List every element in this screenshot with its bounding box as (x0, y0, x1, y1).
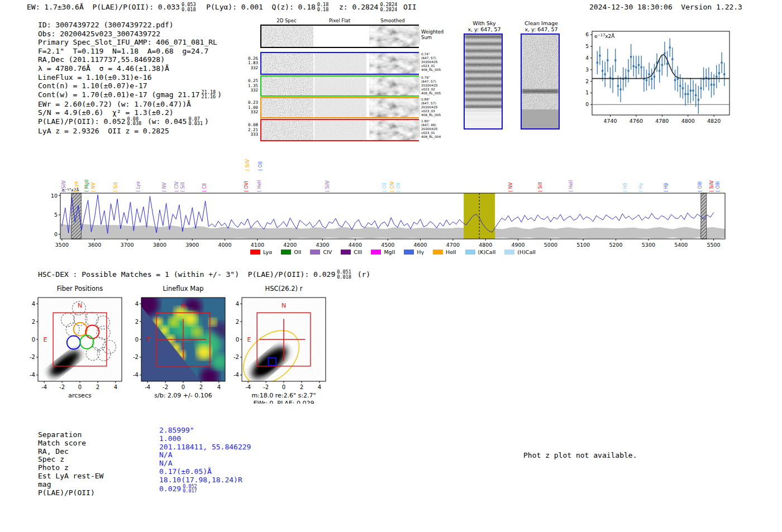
match-table-label: RA, Dec (38, 448, 103, 456)
spectrum-legend: LyαOIICIVCIIIMgIIHγHeII(K)CaII(H)CaII (250, 249, 536, 255)
line-label-NV: ( NV (508, 182, 513, 192)
svg-text:E: E (147, 336, 151, 343)
svg-text:4: 4 (236, 301, 239, 307)
line-label-CII: ( CII (202, 183, 207, 192)
text-segment: RA,Dec (201.117737,55.846928) (38, 55, 165, 64)
panel-title-fiber-positions: Fiber Positions (57, 285, 103, 293)
svg-text:4800: 4800 (681, 118, 695, 124)
spec2d-row (260, 75, 419, 97)
svg-text:-2: -2 (30, 354, 35, 360)
svg-text:3700: 3700 (120, 242, 133, 248)
spec2d-row-annotation: 0.89"(647, 57)20200425v023_03406_RL_005 (421, 98, 441, 117)
svg-text:4: 4 (135, 301, 139, 307)
info-line: ID: 3007439722 (3007439722.pdf) (38, 21, 222, 30)
spec2d-row-left-label: 0.251.35332 (246, 79, 258, 93)
legend-item-OII: OII (281, 249, 301, 255)
text-segment: N/A (159, 450, 172, 459)
spec2d-cell (261, 120, 313, 140)
info-line: Cont(n) = 1.10(±0.07)e-17 (38, 82, 222, 90)
full-spectrum-chart: 0510350036003700380039004000410042004300… (50, 147, 737, 251)
spec2d-row-left-label: 0.231.00332 (246, 100, 258, 115)
svg-text:-2: -2 (263, 384, 269, 390)
stacked-value: 0.070.031 (188, 117, 203, 126)
svg-text:2: 2 (135, 319, 139, 325)
svg-text:5300: 5300 (642, 242, 655, 248)
text-segment: Cont(w) = 1.70(±0.01)e-17 (gmag 21.17 (38, 90, 200, 99)
with-sky-panel: With Skyx, y: 647, 57 (461, 20, 507, 133)
line-label-SiIV: ( SiIV (325, 180, 330, 192)
spec2d-row-annotation: 1.80"(647, 48)20200425v023_01406_RL_004 (421, 119, 441, 139)
stacked-value: 0.0510.018 (337, 270, 351, 279)
svg-text:5000: 5000 (544, 242, 557, 248)
panel-xlabel: arcsecs (68, 392, 92, 399)
spec2d-weighted-sum-label: WeightedSum (421, 29, 444, 40)
svg-text:0: 0 (54, 231, 58, 237)
spec2d-cell (314, 76, 366, 95)
phot-z-note: Phot z plot not available. (523, 451, 637, 459)
legend-swatch (465, 250, 475, 255)
match-table-value: 2.85999" (159, 426, 251, 435)
svg-text:-4: -4 (233, 372, 239, 378)
panel-title-lineflux-map: Lineflux Map (163, 285, 203, 293)
info-line: Primary Spec_Slot_IFU_AMP: 406_071_081_R… (38, 38, 222, 47)
line-label-CIV: ( CIV (390, 181, 395, 192)
svg-text:0: 0 (32, 337, 35, 343)
line-label-NV: ( NV (91, 182, 96, 192)
info-line: LineFlux = 1.10(±0.31)e-16 (38, 73, 222, 82)
svg-text:10: 10 (51, 193, 58, 199)
svg-text:-4: -4 (41, 384, 47, 390)
legend-swatch (371, 250, 381, 255)
legend-swatch (504, 250, 514, 255)
legend-item-CIII: CIII (341, 249, 362, 255)
svg-text:3600: 3600 (88, 242, 101, 248)
match-table-label: Photo z (38, 464, 103, 472)
svg-text:-4: -4 (245, 384, 251, 390)
legend-label: OII (294, 249, 301, 255)
spec2d-cell (368, 76, 420, 95)
legend-label: Hγ (417, 249, 424, 255)
svg-text:4600: 4600 (413, 242, 427, 248)
svg-text:4000: 4000 (218, 242, 231, 248)
spec2d-row-left-label: 0.261.83332 (246, 56, 258, 71)
panel-xlabel: s/b: 2.09 +/- 0.106 (154, 392, 212, 399)
spec2d-row-annotation: 0.74"(647, 57)20200425v023_01406_RL_005 (421, 52, 441, 72)
text-segment: S/N = 4.9(±0.6) χ² = 1.3(±0.2) (38, 108, 174, 117)
panel-title-hsc-cutout: HSC(26.2) r (265, 285, 303, 293)
line-label-SiII: ( SiII (113, 182, 118, 192)
svg-text:0: 0 (282, 384, 285, 390)
with-sky-image (464, 33, 503, 130)
match-table-value: 1.000 (159, 435, 251, 443)
match-table-label: mag (38, 481, 103, 489)
spec2d-cell (314, 26, 366, 47)
line-label-OVI: ( OVI (244, 181, 249, 192)
legend-item-(K)CaII: (K)CaII (465, 249, 496, 255)
line-label-CIV: ( CIV (174, 181, 179, 192)
text-segment: OII (399, 3, 416, 11)
legend-item-Lyα: Lyα (250, 249, 272, 255)
svg-text:4500: 4500 (381, 242, 394, 248)
legend-swatch (281, 250, 291, 255)
svg-text:4300: 4300 (316, 242, 329, 248)
spec2d-cell (368, 98, 420, 117)
svg-text:4700: 4700 (446, 242, 460, 248)
svg-text:E: E (44, 336, 47, 343)
svg-text:N: N (282, 302, 286, 309)
svg-text:4740: 4740 (603, 118, 617, 124)
legend-label: (H)CaII (517, 249, 536, 255)
svg-text:-4: -4 (30, 372, 35, 378)
svg-text:0: 0 (135, 337, 139, 343)
stacked-value: 0.180.18 (317, 2, 328, 12)
line-label-HeII: ( HeII (257, 180, 262, 192)
text-segment: (r) (353, 270, 370, 279)
legend-item-HeII: HeII (433, 249, 456, 255)
info-line: Obs: 20200425v023_3007439722 (38, 30, 222, 39)
stacked-value: 0.0530.018 (182, 2, 196, 12)
match-table-value: 0.17(±0.05)Å (159, 468, 251, 476)
text-segment: 201.118411, 55.846229 (159, 443, 251, 451)
text-segment: LyA z = 2.9326 OII z = 0.2825 (38, 127, 169, 135)
svg-text:e−17x2Å: e−17x2Å (594, 33, 615, 39)
spec2d-row (260, 25, 419, 48)
line-label-SiIV: ( SiIV (61, 180, 66, 192)
svg-text:E: E (247, 336, 251, 343)
spec2d-cell (368, 53, 420, 74)
